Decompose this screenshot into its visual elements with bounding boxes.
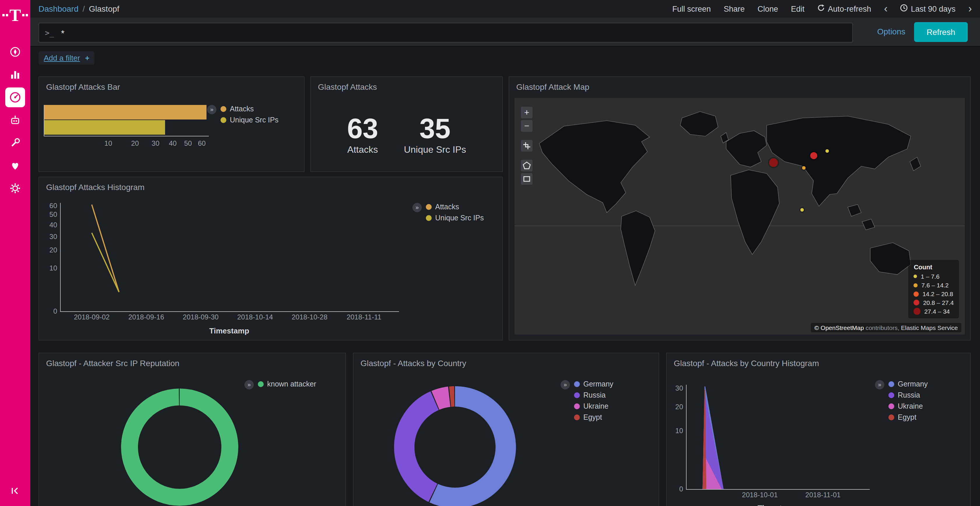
options-link[interactable]: Options — [877, 27, 905, 36]
share-button[interactable]: Share — [724, 5, 745, 13]
telekom-logo[interactable]: T — [0, 0, 30, 30]
sidebar-item-dev-tools[interactable] — [5, 133, 25, 153]
clone-button[interactable]: Clone — [757, 5, 778, 13]
refresh-button[interactable]: Refresh — [914, 22, 968, 42]
metric-value: 35 — [404, 114, 466, 144]
legend-item[interactable]: Egypt — [888, 413, 928, 422]
legend-item[interactable]: Russia — [888, 391, 928, 399]
y-tick-label: 0 — [679, 485, 683, 493]
panel-title[interactable]: Glastopf Attacks Bar — [39, 77, 304, 97]
rectangle-draw-button[interactable] — [520, 173, 533, 186]
edit-button[interactable]: Edit — [791, 5, 805, 13]
sidebar-item-visualize[interactable] — [5, 65, 25, 84]
zoom-in-button[interactable]: + — [520, 106, 533, 119]
panel-title[interactable]: Glastopf Attacks Histogram — [39, 177, 502, 197]
panel-title[interactable]: Glastopf - Attacks by Country Histogram — [667, 353, 970, 373]
panel-country-histogram: Glastopf - Attacks by Country Histogram … — [666, 353, 970, 506]
fit-bounds-button[interactable] — [520, 139, 533, 152]
legend-item[interactable]: Ukraine — [574, 402, 613, 411]
openstreetmap-link[interactable]: © OpenStreetMap — [815, 324, 864, 331]
legend-title: Count — [914, 263, 954, 271]
sidebar-item-management[interactable] — [5, 178, 25, 198]
legend-swatch-icon — [888, 403, 894, 409]
sidebar-item-monitoring[interactable] — [5, 155, 25, 176]
legend-item[interactable]: Germany — [574, 380, 613, 388]
legend-items: known attacker — [258, 380, 316, 388]
attack-point[interactable] — [769, 158, 778, 167]
x-tick-label: 2018-09-16 — [128, 313, 164, 321]
attack-point[interactable] — [800, 208, 803, 212]
time-picker-button[interactable]: Last 90 days — [900, 4, 956, 13]
legend-toggle-icon[interactable]: » — [561, 380, 570, 389]
sidebar-item-dashboard[interactable] — [5, 87, 25, 107]
count-legend-swatch-icon — [914, 283, 918, 287]
x-tick-label: 40 — [169, 139, 177, 148]
chart-legend: » AttacksUnique Src IPs — [207, 105, 278, 124]
legend-item[interactable]: Egypt — [574, 413, 613, 422]
legend-item[interactable]: Attacks — [426, 203, 484, 211]
line-series-unique-src-ips[interactable] — [92, 233, 119, 292]
line-series-attacks[interactable] — [92, 205, 119, 292]
legend-item[interactable]: Germany — [888, 380, 928, 388]
world-map[interactable]: + − Count 1 – 7.67.6 – 14.214.2 – 20.820… — [514, 98, 965, 335]
attack-point[interactable] — [802, 166, 805, 170]
donut-slice-known-attacker[interactable] — [129, 397, 230, 497]
bar-attacks[interactable] — [45, 105, 206, 119]
y-tick-label: 60 — [49, 201, 57, 209]
chart-legend: » known attacker — [244, 380, 316, 389]
breadcrumb-dashboard-link[interactable]: Dashboard — [38, 4, 78, 13]
legend-items: AttacksUnique Src IPs — [426, 203, 484, 222]
bar-unique-src-ips[interactable] — [45, 120, 165, 135]
elastic-maps-service-link[interactable]: Elastic Maps Service — [901, 324, 958, 331]
map-controls: + − — [520, 106, 533, 186]
count-legend-swatch-icon — [914, 300, 920, 306]
kibana-dashboard-app: T — [0, 0, 980, 506]
legend-toggle-icon[interactable]: » — [875, 380, 885, 389]
sidebar-item-discover[interactable] — [5, 42, 25, 62]
wrench-icon — [10, 137, 21, 149]
console-prompt-icon: >_ — [45, 28, 54, 37]
legend-item[interactable]: Unique Src IPs — [221, 116, 278, 124]
sidebar: T — [0, 0, 30, 506]
search-query-input[interactable]: >_ * — [38, 23, 853, 43]
gear-icon — [10, 182, 21, 194]
legend-toggle-icon[interactable]: » — [244, 380, 254, 389]
attack-point[interactable] — [811, 152, 818, 159]
bar-chart-plot — [44, 105, 209, 136]
clock-icon — [900, 4, 908, 13]
zoom-out-button[interactable]: − — [520, 119, 533, 132]
legend-rows: 1 – 7.67.6 – 14.214.2 – 20.820.8 – 27.42… — [914, 273, 954, 315]
auto-refresh-button[interactable]: Auto-refresh — [817, 4, 871, 13]
legend-item[interactable]: Ukraine — [888, 402, 928, 411]
x-tick-label: 30 — [152, 139, 159, 148]
legend-swatch-icon — [574, 381, 580, 387]
y-tick-label: 20 — [49, 246, 57, 254]
panel-title[interactable]: Glastopf - Attacker Src IP Reputation — [39, 353, 345, 373]
legend-swatch-icon — [258, 381, 264, 387]
query-value: * — [61, 28, 64, 38]
legend-item[interactable]: Russia — [574, 391, 613, 399]
legend-toggle-icon[interactable]: » — [412, 203, 422, 212]
x-tick-label: 60 — [198, 139, 205, 148]
sidebar-item-monitor[interactable] — [5, 110, 25, 130]
full-screen-button[interactable]: Full screen — [672, 5, 711, 13]
time-forward-chevron[interactable]: › — [968, 3, 972, 14]
legend-item[interactable]: known attacker — [258, 380, 316, 388]
sidebar-collapse-button[interactable] — [0, 485, 30, 499]
area-chart-plot: 2018-10-012018-11-01 0102030 — [686, 385, 870, 490]
panel-title[interactable]: Glastopf Attacks — [311, 77, 502, 97]
breadcrumb-separator: / — [83, 4, 85, 13]
polygon-draw-button[interactable] — [520, 159, 533, 172]
panel-title[interactable]: Glastopf Attack Map — [509, 77, 970, 97]
legend-swatch-icon — [574, 403, 580, 409]
legend-item[interactable]: Unique Src IPs — [426, 214, 484, 222]
add-filter-link[interactable]: Add a filter + — [38, 51, 95, 65]
map-attribution: © OpenStreetMap contributors, Elastic Ma… — [811, 323, 961, 332]
x-tick-label: 50 — [184, 139, 192, 148]
legend-item[interactable]: Attacks — [221, 105, 278, 113]
panel-title[interactable]: Glastopf - Attacks by Country — [353, 353, 659, 373]
attack-point[interactable] — [826, 149, 829, 153]
panel-attacks-histogram: Glastopf Attacks Histogram 2018-09-02201… — [38, 177, 503, 341]
legend-toggle-icon[interactable]: » — [207, 105, 216, 114]
time-back-chevron[interactable]: ‹ — [884, 3, 888, 14]
